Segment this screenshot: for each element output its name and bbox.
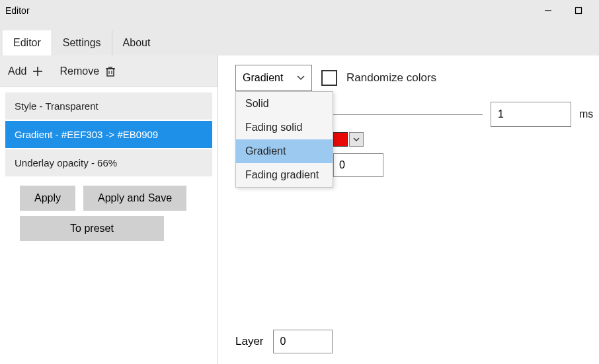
minimize-button[interactable] [533,0,563,21]
list-item[interactable]: Underlay opacity - 66% [5,149,212,176]
randomize-label: Randomize colors [346,71,436,85]
type-select[interactable]: Gradient Solid Fading solid Gradient Fad… [235,65,312,91]
type-select-menu: Solid Fading solid Gradient Fading gradi… [235,91,333,188]
color-swatch[interactable] [333,132,348,147]
remove-button[interactable]: Remove [60,65,116,77]
svg-rect-1 [576,8,582,14]
duration-unit: ms [579,108,593,120]
list-item[interactable]: Gradient - #EEF303 -> #EB0909 [5,121,212,148]
content: Add Remove Style - Transparent Gradient … [0,55,599,364]
tab-about[interactable]: About [112,30,161,55]
type-select-value: Gradient [243,72,283,84]
tab-editor[interactable]: Editor [3,30,52,55]
layer-row: Layer [235,330,333,353]
add-button[interactable]: Add [8,65,44,77]
duration-input[interactable] [491,102,571,127]
titlebar: Editor [0,0,599,21]
sidebar-toolbar: Add Remove [0,55,218,87]
maximize-button[interactable] [563,0,594,21]
type-row: Gradient Solid Fading solid Gradient Fad… [235,65,599,91]
tab-settings[interactable]: Settings [52,30,112,55]
button-row-2: To preset [0,211,218,246]
number-input[interactable] [333,153,383,177]
color-row [333,132,599,147]
apply-button[interactable]: Apply [20,186,75,211]
list-item[interactable]: Style - Transparent [5,92,212,120]
layer-label: Layer [235,335,264,348]
randomize-checkbox[interactable] [321,70,337,86]
number-row [333,153,599,177]
tabbar: Editor Settings About [0,21,599,55]
svg-rect-4 [107,69,114,76]
type-option-gradient[interactable]: Gradient [236,139,333,163]
sidebar: Add Remove Style - Transparent Gradient … [0,55,218,364]
main-panel: Gradient Solid Fading solid Gradient Fad… [218,55,599,364]
to-preset-button[interactable]: To preset [20,216,164,241]
plus-icon [32,65,44,77]
chevron-down-icon [297,75,305,81]
apply-save-button[interactable]: Apply and Save [83,186,186,211]
type-option-fading-gradient[interactable]: Fading gradient [236,163,333,187]
add-label: Add [8,65,26,77]
remove-label: Remove [60,65,99,77]
type-select-button[interactable]: Gradient [235,65,312,91]
color-dropdown-button[interactable] [349,132,364,147]
trash-icon [104,65,116,77]
button-row: Apply Apply and Save [0,182,218,211]
layer-input[interactable] [273,330,333,353]
window-title: Editor [5,5,533,16]
chevron-down-icon [353,137,360,141]
layer-list: Style - Transparent Gradient - #EEF303 -… [0,87,218,182]
type-option-fading-solid[interactable]: Fading solid [236,116,333,139]
type-option-solid[interactable]: Solid [236,92,333,116]
